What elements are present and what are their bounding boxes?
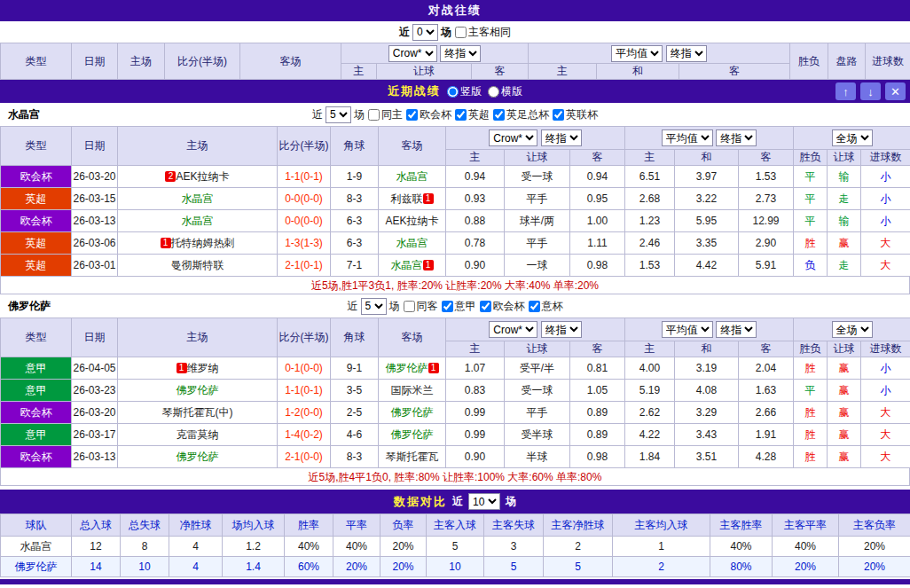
horizontal-layout-option[interactable]: 横版 [487, 84, 522, 99]
comp-checkbox[interactable] [480, 301, 491, 312]
ah-stage-select[interactable]: 终指 [440, 45, 481, 62]
score-cell[interactable]: 2-1(0-0) [278, 446, 331, 468]
home-team-name[interactable]: AEK拉纳卡 [176, 170, 229, 183]
move-down-button[interactable]: ↓ [860, 82, 881, 100]
league-cell[interactable]: 英超 [1, 255, 72, 277]
eu-stage-select[interactable]: 终指 [666, 45, 707, 62]
home-cell: 水晶宫 [118, 188, 278, 210]
comp-filter-option[interactable]: 英超 [454, 107, 490, 122]
away-team-name[interactable]: 佛罗伦萨 [386, 362, 428, 374]
compare-count-select[interactable]: 10 [468, 493, 500, 510]
same-venue-option[interactable]: 主客相同 [454, 25, 511, 40]
scope-select[interactable]: 全场 [832, 321, 873, 338]
same-home-option[interactable]: 同主 [367, 107, 403, 122]
league-cell[interactable]: 意甲 [1, 380, 72, 402]
same-venue-checkbox[interactable] [455, 27, 467, 38]
col-home: 主场 [118, 43, 165, 80]
date-cell: 26-03-13 [72, 446, 118, 468]
league-cell[interactable]: 意甲 [1, 357, 72, 380]
comp-checkbox[interactable] [493, 109, 505, 121]
league-cell[interactable]: 英超 [1, 188, 72, 210]
comp-checkbox[interactable] [442, 301, 453, 312]
h2h-count-select[interactable]: 0 [412, 24, 438, 41]
ah-bookmaker-select[interactable]: Crow* [489, 321, 537, 338]
col-home: 主场 [118, 127, 278, 166]
score-cell[interactable]: 1-2(0-0) [278, 402, 331, 424]
comp-checkbox[interactable] [529, 301, 540, 312]
home-team-name[interactable]: 曼彻斯特联 [171, 259, 224, 271]
compare-title-bar: 数据对比 近 10 场 [0, 490, 910, 514]
away-team-name[interactable]: 水晶宫 [391, 259, 423, 271]
home-team-name[interactable]: 托特纳姆热刺 [171, 237, 235, 249]
ah-bookmaker-select[interactable]: Crow* [489, 129, 537, 146]
ah-bookmaker-select[interactable]: Crow* [388, 45, 437, 62]
same-home-checkbox[interactable] [368, 109, 380, 121]
away-team-name[interactable]: 国际米兰 [391, 384, 434, 396]
home-team-name[interactable]: 琴斯托霍瓦(中) [162, 406, 233, 419]
away-team-name[interactable]: 琴斯托霍瓦 [386, 451, 439, 463]
away-team-name[interactable]: 水晶宫 [396, 170, 428, 183]
comp-checkbox[interactable] [406, 109, 418, 121]
unit-label: 场 [389, 299, 400, 314]
col-venue-avg-goals: 主客均入球 [613, 514, 710, 537]
league-cell[interactable]: 欧会杯 [1, 446, 72, 468]
home-team-name[interactable]: 佛罗伦萨 [177, 451, 219, 463]
fiorentina-team-name[interactable]: 佛罗伦萨 [8, 299, 51, 314]
eu-bookmaker-select[interactable]: 平均值 [611, 45, 663, 62]
move-up-button[interactable]: ↑ [835, 82, 856, 100]
score-cell[interactable]: 1-3(1-3) [278, 232, 331, 255]
score-cell[interactable]: 1-1(0-1) [278, 166, 331, 188]
comp-filter-option[interactable]: 英联杯 [552, 107, 598, 122]
comp-filter-option[interactable]: 欧会杯 [479, 299, 525, 314]
comp-filter-option[interactable]: 意甲 [441, 299, 476, 314]
horizontal-radio[interactable] [488, 86, 499, 98]
away-team-name[interactable]: 利兹联 [391, 192, 423, 205]
score-cell[interactable]: 0-1(0-0) [278, 357, 331, 380]
comp-filter-option[interactable]: 意杯 [528, 299, 563, 314]
home-team-name[interactable]: 维罗纳 [187, 362, 219, 374]
col-eu-home: 主 [529, 64, 597, 80]
league-cell[interactable]: 欧会杯 [1, 210, 72, 232]
score-cell[interactable]: 1-1(0-1) [278, 380, 331, 402]
ah-stage-select[interactable]: 终指 [541, 129, 582, 146]
team-name-cell[interactable]: 佛罗伦萨 [1, 557, 72, 577]
ah-stage-select[interactable]: 终指 [541, 321, 582, 338]
close-button[interactable]: ✕ [885, 82, 906, 100]
eu-stage-select[interactable]: 终指 [716, 321, 757, 338]
comp-checkbox[interactable] [553, 109, 564, 121]
score-cell[interactable]: 0-0(0-0) [278, 188, 331, 210]
league-cell[interactable]: 欧会杯 [1, 166, 72, 188]
score-cell[interactable]: 1-4(0-2) [278, 424, 331, 446]
home-team-name[interactable]: 水晶宫 [182, 192, 214, 205]
vertical-radio[interactable] [447, 86, 459, 98]
home-team-name[interactable]: 水晶宫 [182, 215, 214, 227]
comp-filter-option[interactable]: 英足总杯 [492, 107, 549, 122]
home-team-name[interactable]: 佛罗伦萨 [177, 384, 219, 396]
league-cell[interactable]: 意甲 [1, 424, 72, 446]
eu-bookmaker-select[interactable]: 平均值 [662, 321, 713, 338]
vertical-layout-option[interactable]: 竖版 [446, 84, 482, 99]
col-date: 日期 [72, 127, 118, 166]
score-cell[interactable]: 2-1(0-1) [278, 255, 331, 277]
away-team-name[interactable]: 水晶宫 [396, 237, 428, 249]
score-cell[interactable]: 0-0(0-0) [278, 210, 331, 232]
team-name-cell[interactable]: 水晶宫 [1, 537, 72, 557]
scope-select[interactable]: 全场 [832, 129, 873, 146]
league-cell[interactable]: 欧会杯 [1, 402, 72, 424]
same-away-option[interactable]: 同客 [403, 299, 438, 314]
comp-filter-option[interactable]: 欧会杯 [405, 107, 451, 122]
away-team-name[interactable]: 佛罗伦萨 [391, 428, 434, 441]
away-cell: 水晶宫 [379, 166, 446, 188]
comp-checkbox[interactable] [455, 109, 467, 121]
eu-stage-select[interactable]: 终指 [716, 129, 757, 146]
away-team-name[interactable]: 佛罗伦萨 [391, 406, 434, 419]
eu-bookmaker-select[interactable]: 平均值 [662, 129, 713, 146]
crystal-count-select[interactable]: 5 [326, 106, 351, 123]
away-team-name[interactable]: AEK拉纳卡 [385, 215, 438, 227]
fiorentina-count-select[interactable]: 5 [361, 298, 387, 315]
same-away-checkbox[interactable] [404, 301, 415, 312]
home-team-name[interactable]: 克雷莫纳 [177, 428, 219, 441]
goals-result-cell: 小 [861, 166, 910, 188]
league-cell[interactable]: 英超 [1, 232, 72, 255]
crystal-team-name[interactable]: 水晶宫 [8, 107, 40, 122]
